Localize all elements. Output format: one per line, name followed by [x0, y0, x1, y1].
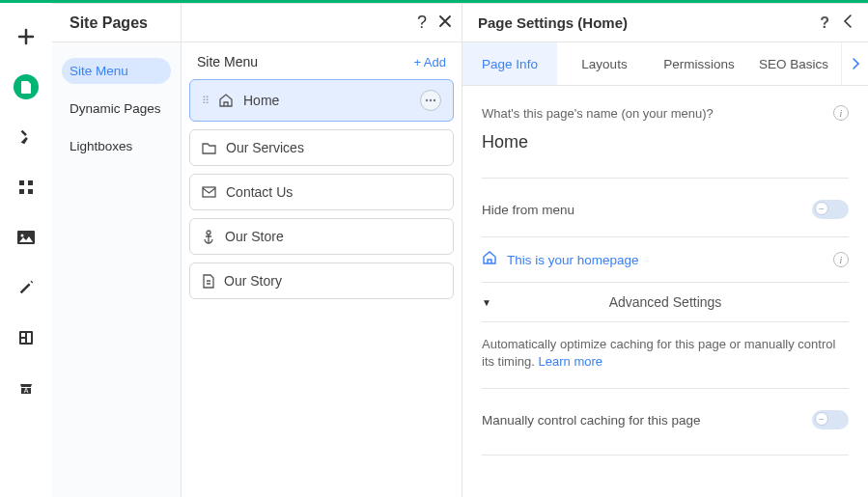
media-icon[interactable]	[14, 225, 39, 250]
advanced-settings-header[interactable]: ▼ Advanced Settings	[482, 283, 849, 322]
tab-permissions[interactable]: Permissions	[652, 42, 746, 85]
page-label: Our Services	[226, 140, 304, 155]
help-icon[interactable]: ?	[820, 14, 829, 32]
page-item-our-services[interactable]: Our Services	[189, 129, 454, 166]
design-icon[interactable]	[14, 124, 39, 150]
learn-more-link[interactable]: Learn more	[539, 354, 602, 369]
folder-icon	[202, 142, 216, 154]
site-pages-panel: Site Pages Site Menu Dynamic Pages Light…	[52, 3, 182, 497]
svg-point-13	[434, 99, 435, 101]
page-item-contact-us[interactable]: Contact Us	[189, 174, 454, 210]
blog-icon[interactable]	[14, 275, 39, 300]
svg-rect-9	[27, 333, 31, 343]
svg-rect-7	[21, 333, 25, 337]
help-icon[interactable]: ?	[417, 13, 427, 33]
page-more-icon[interactable]	[420, 90, 441, 111]
svg-rect-1	[28, 180, 33, 185]
svg-point-15	[207, 231, 210, 235]
tool-rail: A	[0, 3, 52, 497]
hide-from-menu-toggle[interactable]: −	[812, 200, 849, 219]
close-icon[interactable]	[438, 13, 452, 33]
page-icon	[202, 274, 214, 289]
tab-page-info[interactable]: Page Info	[462, 42, 557, 85]
tabs-scroll-right-icon[interactable]	[841, 42, 868, 85]
anchor-icon	[202, 230, 215, 244]
manual-caching-label: Manually control caching for this page	[482, 413, 701, 428]
svg-rect-0	[19, 180, 24, 185]
page-item-our-story[interactable]: Our Story	[189, 262, 454, 299]
apps-icon[interactable]	[14, 175, 39, 200]
nav-dynamic-pages[interactable]: Dynamic Pages	[62, 96, 171, 122]
tab-layouts[interactable]: Layouts	[557, 42, 652, 85]
page-name-question: What's this page's name (on your menu)?	[482, 106, 714, 121]
page-label: Home	[243, 93, 279, 108]
nav-site-menu[interactable]: Site Menu	[62, 58, 171, 84]
homepage-message: This is your homepage	[507, 253, 639, 267]
caching-description: Automatically optimize caching for this …	[482, 322, 849, 376]
svg-rect-3	[28, 189, 33, 194]
page-item-home[interactable]: ⠿ Home	[189, 79, 454, 122]
page-label: Contact Us	[226, 184, 293, 200]
home-icon	[218, 94, 234, 108]
site-pages-title: Site Pages	[52, 4, 181, 42]
page-name-input[interactable]: Home	[482, 132, 849, 166]
settings-tabs: Page Info Layouts Permissions SEO Basics	[462, 42, 868, 86]
page-item-our-store[interactable]: Our Store	[189, 218, 454, 255]
site-menu-heading: Site Menu	[197, 54, 258, 69]
info-icon[interactable]: i	[833, 105, 849, 121]
add-icon[interactable]	[14, 24, 39, 49]
data-icon[interactable]	[14, 325, 39, 350]
pages-icon[interactable]	[14, 74, 39, 99]
page-label: Our Store	[225, 229, 284, 244]
nav-lightboxes[interactable]: Lightboxes	[62, 133, 171, 159]
svg-point-11	[426, 99, 428, 101]
back-icon[interactable]	[843, 14, 853, 31]
page-label: Our Story	[224, 273, 282, 289]
caret-down-icon: ▼	[482, 297, 491, 308]
svg-rect-2	[19, 189, 24, 194]
site-menu-panel: ? Site Menu + Add ⠿ Home Our Services	[182, 3, 462, 497]
store-icon[interactable]: A	[14, 375, 39, 400]
home-icon	[482, 251, 497, 268]
svg-point-12	[430, 99, 432, 101]
page-settings-panel: Page Settings (Home) ? Page Info Layouts…	[462, 3, 868, 497]
tab-seo-basics[interactable]: SEO Basics	[746, 42, 841, 85]
svg-point-5	[21, 235, 24, 237]
svg-text:A: A	[24, 387, 29, 394]
manual-caching-toggle[interactable]: −	[812, 410, 849, 429]
drag-handle-icon[interactable]: ⠿	[202, 95, 209, 107]
add-page-link[interactable]: + Add	[413, 55, 446, 69]
hide-from-menu-label: Hide from menu	[482, 203, 574, 217]
svg-rect-14	[203, 187, 215, 197]
envelope-icon	[202, 186, 216, 198]
info-icon[interactable]: i	[833, 252, 849, 267]
svg-rect-8	[21, 339, 25, 343]
page-settings-title: Page Settings (Home)	[478, 14, 628, 31]
